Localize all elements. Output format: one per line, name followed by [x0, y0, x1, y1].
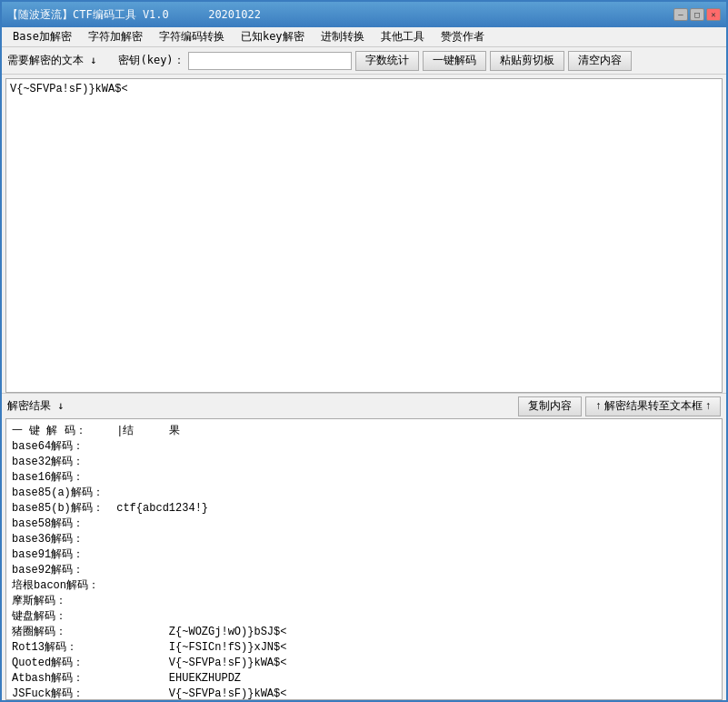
- result-toolbar: 解密结果 ↓ 复制内容 ↑ 解密结果转至文本框 ↑: [2, 393, 726, 418]
- window-controls: — □ ✕: [673, 8, 721, 21]
- minimize-button[interactable]: —: [673, 8, 688, 21]
- result-label: 解密结果 ↓: [7, 398, 64, 414]
- transfer-button[interactable]: ↑ 解密结果转至文本框 ↑: [585, 396, 721, 416]
- result-buttons: 复制内容 ↑ 解密结果转至文本框 ↑: [518, 396, 721, 416]
- decode-button[interactable]: 一键解码: [423, 51, 486, 71]
- main-toolbar: 需要解密的文本 ↓ 密钥(key)： 字数统计 一键解码 粘贴剪切板 清空内容: [2, 47, 726, 75]
- key-input[interactable]: [188, 52, 352, 70]
- menu-char[interactable]: 字符加解密: [81, 27, 150, 46]
- count-button[interactable]: 字数统计: [355, 51, 419, 71]
- text-label: 需要解密的文本 ↓: [7, 53, 96, 68]
- text-input[interactable]: [6, 79, 722, 392]
- close-button[interactable]: ✕: [706, 8, 721, 21]
- menu-donate[interactable]: 赞赏作者: [434, 27, 492, 46]
- paste-button[interactable]: 粘贴剪切板: [490, 51, 564, 71]
- menu-bar: Base加解密 字符加解密 字符编码转换 已知key解密 进制转换 其他工具 赞…: [2, 27, 726, 47]
- key-label: 密钥(key)：: [118, 53, 184, 68]
- result-content: 一 键 解 码： |结 果 base64解码： base32解码： base16…: [6, 419, 722, 700]
- menu-keyenc[interactable]: 已知key解密: [234, 27, 312, 46]
- text-panel: [5, 78, 723, 393]
- main-area: 解密结果 ↓ 复制内容 ↑ 解密结果转至文本框 ↑ 一 键 解 码： |结 果 …: [2, 75, 726, 702]
- clear-button[interactable]: 清空内容: [568, 51, 632, 71]
- menu-charenc[interactable]: 字符编码转换: [152, 27, 232, 46]
- copy-button[interactable]: 复制内容: [518, 396, 582, 416]
- title-bar: 【随波逐流】CTF编码工具 V1.0 20201022 — □ ✕: [2, 2, 726, 27]
- result-panel: 一 键 解 码： |结 果 base64解码： base32解码： base16…: [5, 418, 723, 700]
- maximize-button[interactable]: □: [690, 8, 704, 21]
- app-title: 【随波逐流】CTF编码工具 V1.0 20201022: [7, 7, 261, 23]
- menu-radix[interactable]: 进制转换: [314, 27, 372, 46]
- menu-tools[interactable]: 其他工具: [374, 27, 432, 46]
- title-date: 20201022: [208, 8, 261, 21]
- title-text: 【随波逐流】CTF编码工具 V1.0: [7, 8, 169, 21]
- menu-base[interactable]: Base加解密: [5, 27, 79, 46]
